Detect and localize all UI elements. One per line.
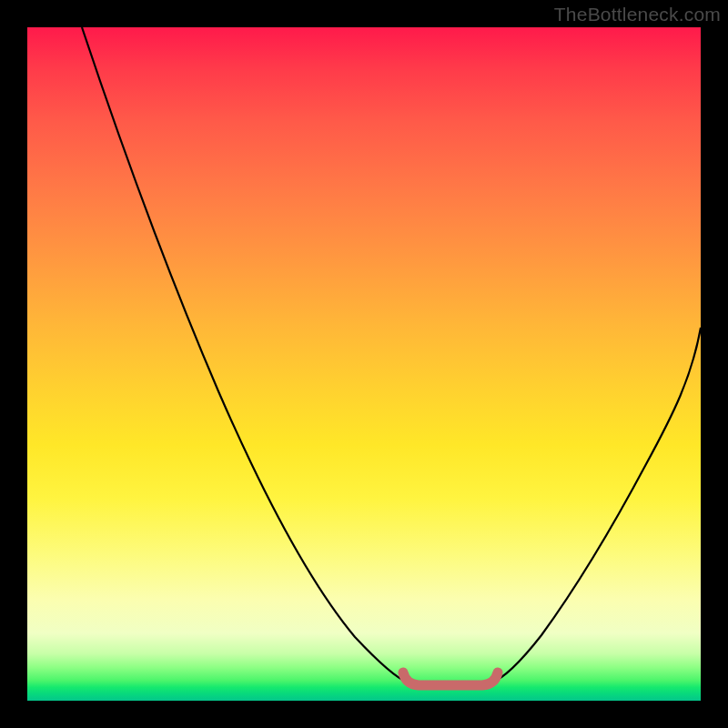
v-curve-path: [82, 27, 701, 685]
valley-marker: [403, 672, 498, 685]
chart-outer-frame: TheBottleneck.com: [0, 0, 728, 728]
watermark-text: TheBottleneck.com: [554, 4, 721, 25]
curve-svg: [27, 27, 701, 701]
plot-area: [27, 27, 701, 701]
